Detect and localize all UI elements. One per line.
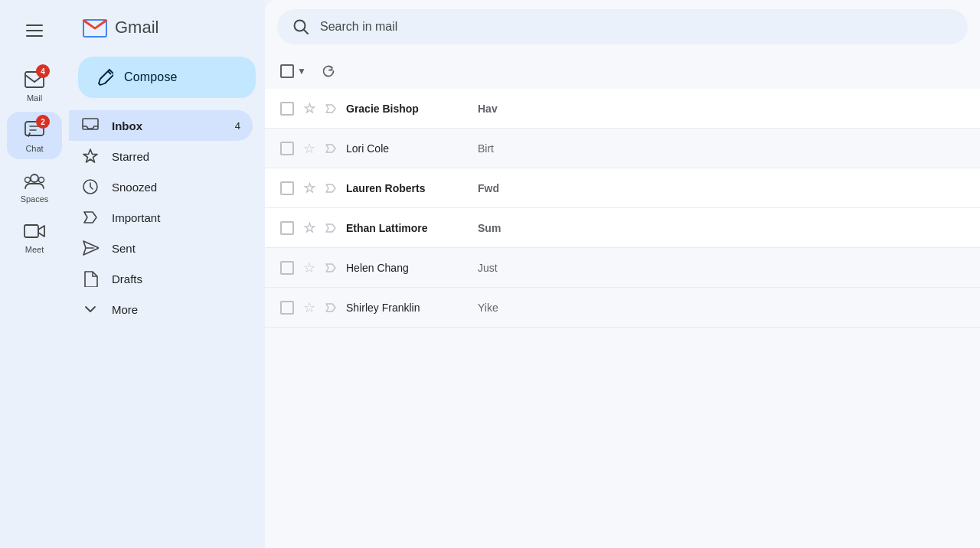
menu-item-inbox[interactable]: Inbox 4 [69,110,253,141]
email-checkbox[interactable] [280,102,294,116]
sender-name: Ethan Lattimore [346,222,469,234]
meet-label: Meet [25,245,44,254]
email-snippet: Hav [478,103,965,115]
compose-label: Compose [124,70,178,84]
email-row[interactable]: ☆ Lori Cole Birt [265,129,980,168]
sender-name: Lauren Roberts [346,182,469,194]
select-all-checkbox[interactable] [280,64,294,78]
sidebar-menu: Gmail Compose Inbox 4 [69,0,265,548]
sent-label: Sent [112,242,136,255]
more-label: More [112,303,138,316]
hamburger-menu-button[interactable] [16,12,53,49]
menu-item-drafts[interactable]: Drafts [69,263,253,294]
email-checkbox[interactable] [280,301,294,315]
sidebar-item-chat[interactable]: 2 Chat [7,112,62,159]
sent-icon [81,239,100,257]
important-marker-icon[interactable] [325,262,337,274]
email-list: ☆ Gracie Bishop Hav ☆ Lori Cole Birt [265,89,980,548]
gmail-logo-icon [81,14,109,41]
compose-icon [96,69,113,86]
chat-icon-wrap: 2 [18,118,51,142]
sender-name: Gracie Bishop [346,103,469,115]
important-marker-icon[interactable] [325,142,337,155]
drafts-label: Drafts [112,272,142,285]
select-dropdown-arrow[interactable]: ▼ [296,64,308,78]
email-row[interactable]: ☆ Lauren Roberts Fwd [265,168,980,208]
star-icon[interactable]: ☆ [303,220,315,236]
star-icon[interactable]: ☆ [303,180,315,197]
main-content: Gmail Compose Inbox 4 [69,0,980,548]
important-marker-icon[interactable] [325,103,337,115]
menu-item-starred[interactable]: Starred [69,141,253,171]
sender-name: Helen Chang [346,262,469,274]
meet-icon-wrap [18,219,51,243]
more-chevron-icon [81,300,100,318]
refresh-button[interactable] [317,60,340,83]
svg-point-2 [31,175,38,182]
email-checkbox[interactable] [280,221,294,235]
svg-point-4 [39,178,44,183]
svg-point-3 [25,178,31,183]
email-checkbox[interactable] [280,261,294,275]
menu-item-important[interactable]: Important [69,202,253,233]
email-snippet: Sum [478,222,965,234]
email-area: ▼ ☆ Gracie Bishop Hav [265,0,980,548]
star-icon[interactable]: ☆ [303,259,315,276]
email-snippet: Birt [478,142,965,155]
important-marker-icon[interactable] [325,302,337,314]
inbox-label: Inbox [112,119,142,132]
meet-icon [24,223,45,240]
important-label: Important [112,211,160,224]
spaces-icon [23,172,46,189]
snoozed-icon [81,178,100,196]
inbox-icon [81,116,100,135]
email-row[interactable]: ☆ Shirley Franklin Yike [265,288,980,328]
menu-item-snoozed[interactable]: Snoozed [69,171,253,202]
select-checkbox-group: ▼ [280,64,308,78]
search-bar [277,9,968,44]
mail-label: Mail [27,93,42,103]
email-snippet: Yike [478,302,965,314]
spaces-icon-wrap [18,168,51,193]
search-icon [292,18,309,35]
email-snippet: Just [478,262,965,274]
sidebar-item-mail[interactable]: 4 Mail [7,61,62,109]
gmail-title: Gmail [115,18,158,38]
important-marker-icon[interactable] [325,182,337,194]
search-input[interactable] [320,20,952,34]
spaces-label: Spaces [21,194,49,204]
snoozed-label: Snoozed [112,181,157,194]
email-row[interactable]: ☆ Helen Chang Just [265,248,980,288]
star-icon[interactable]: ☆ [303,140,315,157]
sidebar-nav: 4 Mail 2 Chat Spaces [0,0,69,548]
drafts-icon [81,269,100,288]
menu-item-more[interactable]: More [69,294,253,325]
compose-button[interactable]: Compose [78,57,256,98]
starred-icon [81,147,100,165]
menu-item-sent[interactable]: Sent [69,233,253,263]
starred-label: Starred [112,150,149,163]
sender-name: Shirley Franklin [346,302,469,314]
important-marker-icon[interactable] [325,222,337,234]
hamburger-icon [26,24,43,37]
mail-icon-wrap: 4 [18,67,51,92]
refresh-icon [322,64,335,78]
important-icon [81,208,100,227]
email-checkbox[interactable] [280,142,294,155]
mail-badge: 4 [36,64,50,78]
email-row[interactable]: ☆ Gracie Bishop Hav [265,89,980,129]
star-icon[interactable]: ☆ [303,299,315,316]
email-checkbox[interactable] [280,181,294,195]
svg-rect-7 [83,119,98,129]
email-snippet: Fwd [478,182,965,194]
chat-label: Chat [25,144,43,153]
sidebar-item-spaces[interactable]: Spaces [7,162,62,210]
sidebar-item-meet[interactable]: Meet [7,213,62,260]
email-row[interactable]: ☆ Ethan Lattimore Sum [265,208,980,248]
chat-badge: 2 [36,115,50,129]
email-toolbar: ▼ [265,54,980,89]
gmail-logo-area: Gmail [69,8,265,57]
star-icon[interactable]: ☆ [303,100,315,117]
inbox-count: 4 [235,120,240,132]
sender-name: Lori Cole [346,142,469,155]
